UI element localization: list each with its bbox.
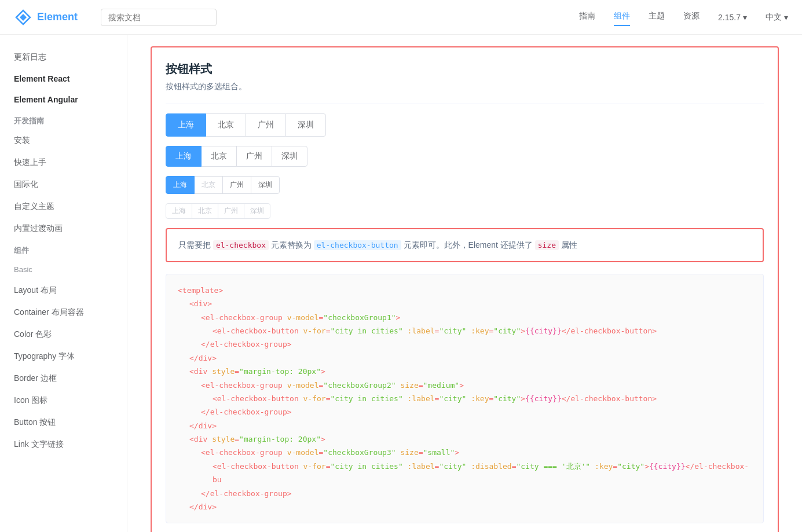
sidebar-item-button[interactable]: Button 按钮 xyxy=(0,412,127,434)
sidebar: 更新日志 Element React Element Angular 开发指南 … xyxy=(0,35,127,532)
sidebar-item-changelog[interactable]: 更新日志 xyxy=(0,46,127,68)
sidebar-section-devguide: 开发指南 xyxy=(0,110,127,130)
nav-components[interactable]: 组件 xyxy=(614,11,630,24)
sidebar-item-i18n[interactable]: 国际化 xyxy=(0,174,127,196)
code-line-7: <div style="margin-top: 20px"> xyxy=(178,365,752,378)
sidebar-item-color[interactable]: Color 色彩 xyxy=(0,324,127,346)
cb-btn-guangzhou-default[interactable]: 广州 xyxy=(246,113,286,137)
cb-btn-shenzhen-medium[interactable]: 深圳 xyxy=(272,146,307,167)
checkbox-group-default: 上海 北京 广州 深圳 xyxy=(166,113,764,137)
sidebar-item-quickstart[interactable]: 快速上手 xyxy=(0,152,127,174)
search-box xyxy=(101,9,217,26)
code-line-5: </el-checkbox-group> xyxy=(178,337,752,351)
checkbox-group-mini: 上海 北京 广州 深圳 xyxy=(166,203,764,219)
sidebar-item-layout[interactable]: Layout 布局 xyxy=(0,280,127,302)
version-text: 2.15.7 xyxy=(718,13,741,22)
nav-guide[interactable]: 指南 xyxy=(579,11,595,24)
chevron-down-icon: ▾ xyxy=(784,13,788,22)
logo[interactable]: Element xyxy=(14,8,78,27)
desc-text-3: 元素即可。此外，Element 还提供了 xyxy=(401,240,535,250)
cb-btn-beijing-default[interactable]: 北京 xyxy=(206,113,246,137)
demo-title: 按钮样式 xyxy=(166,61,764,77)
desc-text-4: 属性 xyxy=(559,240,577,250)
sidebar-item-border[interactable]: Border 边框 xyxy=(0,368,127,390)
sidebar-item-angular[interactable]: Element Angular xyxy=(0,89,127,110)
cb-btn-shenzhen-mini[interactable]: 深圳 xyxy=(244,203,270,219)
cb-btn-beijing-medium[interactable]: 北京 xyxy=(201,146,237,167)
nav-theme[interactable]: 主题 xyxy=(649,11,665,24)
code-size: size xyxy=(535,240,559,250)
sidebar-item-react[interactable]: Element React xyxy=(0,68,127,89)
code-line-8: <el-checkbox-group v-model="checkboxGrou… xyxy=(178,379,752,392)
cb-btn-shanghai-default[interactable]: 上海 xyxy=(166,113,206,137)
checkbox-group-medium: 上海 北京 广州 深圳 xyxy=(166,146,764,167)
demo-description: 按钮样式的多选组合。 xyxy=(166,82,764,92)
code-line-1: <template> xyxy=(178,284,752,297)
code-line-9: <el-checkbox-button v-for="city in citie… xyxy=(178,392,752,405)
code-line-13: <el-checkbox-group v-model="checkboxGrou… xyxy=(178,446,752,459)
header-nav: 指南 组件 主题 资源 2.15.7 ▾ 中文 ▾ xyxy=(579,11,788,24)
code-line-6: </div> xyxy=(178,351,752,365)
desc-text-2: 元素替换为 xyxy=(269,240,314,250)
code-line-2: <div> xyxy=(178,297,752,310)
cb-btn-beijing-small: 北京 xyxy=(194,176,223,194)
logo-icon xyxy=(14,8,32,27)
cb-btn-shenzhen-small[interactable]: 深圳 xyxy=(251,176,280,194)
sidebar-item-theme[interactable]: 自定义主题 xyxy=(0,196,127,218)
search-input[interactable] xyxy=(101,9,217,26)
cb-btn-shanghai-medium[interactable]: 上海 xyxy=(166,146,202,167)
chevron-down-icon: ▾ xyxy=(743,13,747,22)
cb-btn-shanghai-small[interactable]: 上海 xyxy=(166,176,195,194)
main-content: 按钮样式 按钮样式的多选组合。 上海 北京 广州 深圳 上海 北京 广州 深圳 … xyxy=(127,35,802,532)
desc-text-1: 只需要把 xyxy=(178,240,213,250)
checkbox-group-small: 上海 北京 广州 深圳 xyxy=(166,176,764,194)
sidebar-category-basic: Basic xyxy=(0,259,127,280)
code-line-4: <el-checkbox-button v-for="city in citie… xyxy=(178,324,752,337)
sidebar-item-container[interactable]: Container 布局容器 xyxy=(0,302,127,324)
description-box: 只需要把 el-checkbox 元素替换为 el-checkbox-butto… xyxy=(166,228,764,262)
code-block: <template> <div> <el-checkbox-group v-mo… xyxy=(166,274,764,524)
code-el-checkbox-button: el-checkbox-button xyxy=(314,240,401,250)
cb-btn-shenzhen-default[interactable]: 深圳 xyxy=(285,113,326,137)
code-el-checkbox: el-checkbox xyxy=(213,240,269,250)
code-line-16: </div> xyxy=(178,500,752,513)
cb-btn-guangzhou-small[interactable]: 广州 xyxy=(222,176,251,194)
code-line-3: <el-checkbox-group v-model="checkboxGrou… xyxy=(178,311,752,324)
lang-text: 中文 xyxy=(766,12,782,23)
sidebar-item-install[interactable]: 安装 xyxy=(0,130,127,152)
cb-btn-shanghai-mini[interactable]: 上海 xyxy=(166,203,192,219)
sidebar-item-icon[interactable]: Icon 图标 xyxy=(0,390,127,412)
version-selector[interactable]: 2.15.7 ▾ xyxy=(718,13,747,22)
cb-btn-guangzhou-mini[interactable]: 广州 xyxy=(218,203,244,219)
lang-selector[interactable]: 中文 ▾ xyxy=(766,12,788,23)
cb-btn-beijing-mini[interactable]: 北京 xyxy=(192,203,218,219)
code-line-14: <el-checkbox-button v-for="city in citie… xyxy=(178,460,752,487)
header: Element 指南 组件 主题 资源 2.15.7 ▾ 中文 ▾ xyxy=(0,0,802,35)
page-layout: 更新日志 Element React Element Angular 开发指南 … xyxy=(0,35,802,532)
nav-resources[interactable]: 资源 xyxy=(683,11,700,24)
sidebar-item-typography[interactable]: Typography 字体 xyxy=(0,346,127,368)
cb-btn-guangzhou-medium[interactable]: 广州 xyxy=(236,146,272,167)
sidebar-item-transition[interactable]: 内置过渡动画 xyxy=(0,218,127,240)
code-line-11: </div> xyxy=(178,419,752,432)
sidebar-section-components: 组件 xyxy=(0,240,127,259)
logo-text: Element xyxy=(37,11,78,23)
code-line-15: </el-checkbox-group> xyxy=(178,487,752,500)
sidebar-item-link[interactable]: Link 文字链接 xyxy=(0,434,127,456)
code-line-12: <div style="margin-top: 20px"> xyxy=(178,432,752,446)
code-line-10: </el-checkbox-group> xyxy=(178,405,752,419)
demo-section: 按钮样式 按钮样式的多选组合。 上海 北京 广州 深圳 上海 北京 广州 深圳 … xyxy=(151,46,779,532)
